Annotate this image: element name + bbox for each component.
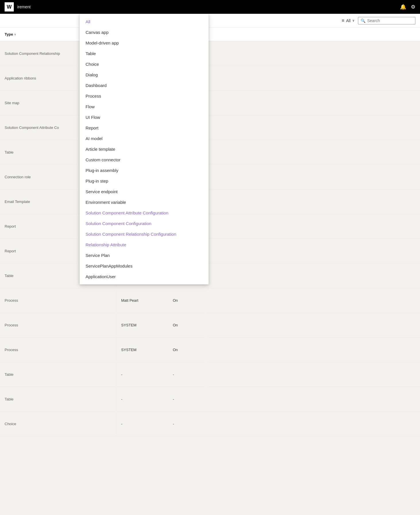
row-right-cells: - - [117, 362, 420, 387]
type-value: Connection role [5, 175, 31, 179]
type-cell: Table [0, 387, 117, 411]
dropdown-item[interactable]: Dashboard [80, 80, 208, 91]
table-row[interactable]: Connection role - Off [0, 165, 420, 189]
dropdown-item[interactable]: Plug-in step [80, 176, 208, 186]
dropdown-item[interactable]: Model-driven app [80, 38, 208, 48]
logo-text: W [7, 4, 12, 10]
owner-value: - [121, 422, 173, 426]
type-value: Solution Component Attribute Co [5, 125, 59, 130]
row-right-cells: - - [117, 387, 420, 411]
dropdown-item[interactable]: Custom connector [80, 154, 208, 165]
dropdown-item[interactable]: Relationship Attribute [80, 239, 208, 250]
table-row[interactable]: Solution Component Relationship - Off [0, 41, 420, 66]
header-right: 🔔 ⚙ [400, 4, 415, 10]
dropdown-item[interactable]: Environment variable [80, 197, 208, 208]
type-value: Solution Component Relationship [5, 51, 60, 56]
type-value: Report [5, 224, 16, 229]
sort-chevron-icon: ∨ [14, 33, 16, 36]
type-cell: Table [0, 362, 117, 387]
type-value: Process [5, 348, 18, 352]
type-value: Process [5, 298, 18, 303]
subheader: ≡ All ∨ 🔍 [0, 14, 420, 28]
dropdown-item[interactable]: UI Flow [80, 112, 208, 123]
owner-value: Matt Peart [121, 298, 173, 303]
dropdown-item[interactable]: Solution Component Attribute Configurati… [80, 208, 208, 218]
owner-value: - [121, 397, 173, 401]
type-header-label: Type [5, 32, 13, 36]
table-rows: Solution Component Relationship - Off Ap… [0, 41, 420, 436]
table-row[interactable]: Table - - [0, 387, 420, 412]
type-value: Site map [5, 101, 19, 105]
chevron-down-icon: ∨ [352, 19, 355, 22]
dropdown-item[interactable]: Service Plan [80, 250, 208, 261]
table-row[interactable]: Application ribbons - - [0, 66, 420, 91]
row-right-cells: Matt Peart On [117, 288, 420, 313]
app-title: irement [17, 5, 31, 9]
owner-value: - [121, 372, 173, 377]
dropdown-item[interactable]: Plug-in assembly [80, 165, 208, 176]
main-content: Type ∨ Owner Status Solution Component R… [0, 28, 420, 515]
type-cell: Process [0, 338, 117, 362]
dropdown-item[interactable]: AI model [80, 133, 208, 144]
dropdown-item[interactable]: ApplicationUser [80, 271, 208, 282]
table-row[interactable]: Email Template SYSTEM - [0, 189, 420, 214]
bell-icon[interactable]: 🔔 [400, 4, 406, 10]
table-row[interactable]: Process Matt Peart On [0, 288, 420, 313]
status-value: On [173, 348, 178, 352]
status-value: On [173, 323, 178, 327]
owner-value: SYSTEM [121, 348, 173, 352]
search-area: 🔍 [358, 17, 415, 24]
dropdown-item[interactable]: Dialog [80, 69, 208, 80]
type-cell: Process [0, 313, 117, 337]
status-value: - [173, 397, 174, 401]
dropdown-item[interactable]: All [80, 16, 208, 27]
type-value: Table [5, 150, 13, 154]
dropdown-item[interactable]: Article template [80, 144, 208, 154]
settings-icon[interactable]: ⚙ [411, 4, 415, 10]
table-row[interactable]: Process SYSTEM On [0, 338, 420, 362]
row-right-cells: SYSTEM On [117, 338, 420, 362]
status-value: - [173, 372, 174, 377]
type-value: Application ribbons [5, 76, 36, 80]
search-icon: 🔍 [361, 18, 365, 23]
table-row[interactable]: Choice - - [0, 412, 420, 436]
dropdown-item[interactable]: ServicePlanAppModules [80, 261, 208, 271]
table-row[interactable]: Report SYSTEM - [0, 239, 420, 264]
owner-value: SYSTEM [121, 323, 173, 327]
type-cell: Process [0, 288, 117, 313]
type-value: Table [5, 397, 13, 401]
dropdown-item[interactable]: Canvas app [80, 27, 208, 38]
header-left: W irement [5, 2, 31, 11]
table-row[interactable]: Table - - [0, 264, 420, 288]
column-headers: Type ∨ Owner Status [0, 28, 420, 41]
dropdown-item[interactable]: Table [80, 48, 208, 59]
type-value: Process [5, 323, 18, 327]
dropdown-item[interactable]: Flow [80, 101, 208, 112]
search-input[interactable] [367, 18, 413, 23]
filter-button[interactable]: ≡ All ∨ [342, 18, 355, 23]
type-dropdown: AllCanvas appModel-driven appTableChoice… [80, 14, 209, 284]
type-cell: Choice [0, 412, 117, 436]
table-row[interactable]: Solution Component Attribute Co - Off [0, 115, 420, 140]
status-value: On [173, 298, 178, 303]
type-value: Table [5, 274, 13, 278]
table-row[interactable]: Table - - [0, 140, 420, 165]
header-bar: W irement 🔔 ⚙ [0, 0, 420, 14]
table-row[interactable]: Table - - [0, 362, 420, 387]
dropdown-item[interactable]: Solution Component Relationship Configur… [80, 229, 208, 239]
type-value: Table [5, 372, 13, 377]
panels-container: Type ∨ Owner Status Solution Component R… [0, 28, 420, 515]
table-row[interactable]: Process SYSTEM On [0, 313, 420, 338]
table-row[interactable]: Site map - - [0, 91, 420, 115]
dropdown-item[interactable]: Report [80, 123, 208, 133]
row-right-cells: - - [117, 412, 420, 436]
dropdown-item[interactable]: Choice [80, 59, 208, 69]
row-right-cells: SYSTEM On [117, 313, 420, 337]
dropdown-item[interactable]: Process [80, 91, 208, 101]
app-logo: W [5, 2, 14, 11]
table-row[interactable]: Report SYSTEM - [0, 214, 420, 239]
dropdown-item[interactable]: Solution Component Configuration [80, 218, 208, 229]
dropdown-item[interactable]: Service endpoint [80, 186, 208, 197]
filter-label: All [346, 18, 351, 23]
status-value: - [173, 422, 174, 426]
